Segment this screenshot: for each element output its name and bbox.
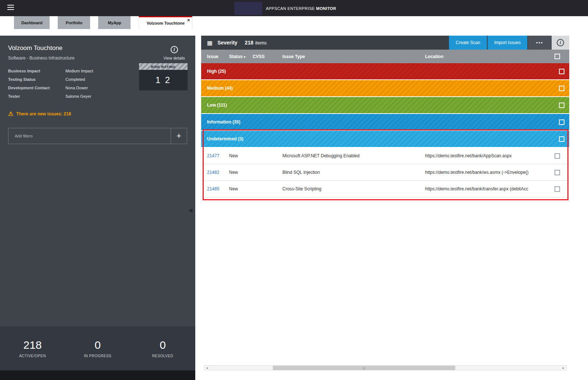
group-label: High (25) <box>207 69 226 74</box>
application-fields: Business Impact Medium Impact Testing St… <box>8 69 133 98</box>
issues-panel: ▦ Severity 218 items Create Scan Import … <box>201 36 569 371</box>
field-value: Completed <box>65 77 133 82</box>
severity-groups: High (25) Medium (44) Low (111) Informat… <box>201 63 569 147</box>
top-bar: APPSCAN ENTERPRISE MONITOR <box>0 0 588 16</box>
field-row: Tester Salome Geyer <box>8 94 133 98</box>
group-by-grid-icon[interactable]: ▦ <box>207 39 213 46</box>
app-title-regular: APPSCAN ENTERPRISE <box>266 6 315 11</box>
group-label: Low (111) <box>207 103 227 108</box>
hamburger-menu-icon[interactable] <box>7 5 15 11</box>
create-scan-button[interactable]: Create Scan <box>449 36 487 50</box>
row-checkbox[interactable] <box>555 153 560 159</box>
select-all-checkbox[interactable] <box>555 54 560 59</box>
group-by-title: Severity <box>217 40 237 46</box>
stat-label: ACTIVE/OPEN <box>0 354 65 358</box>
column-issue[interactable]: Issue <box>207 54 229 59</box>
group-checkbox[interactable] <box>559 103 564 108</box>
more-options-button[interactable]: ••• <box>528 36 551 50</box>
toolbar-actions: Create Scan Import Issues ••• i <box>448 36 569 50</box>
panel-footer-strip <box>0 370 195 380</box>
severity-group-information[interactable]: Information (35) <box>201 114 569 130</box>
issue-status: New <box>229 170 253 175</box>
stat-value: 0 <box>130 339 195 351</box>
add-filter-button[interactable]: + <box>171 128 187 144</box>
column-status[interactable]: Status▾ <box>229 54 253 59</box>
column-cvss[interactable]: CVSS <box>253 54 282 59</box>
tab-label: Dashboard <box>21 21 42 25</box>
issue-rows: 21477 New Microsoft ASP.NET Debugging En… <box>201 148 569 197</box>
stat-resolved: 0 RESOLVED <box>130 339 195 358</box>
issue-type: Cross-Site Scripting <box>282 186 425 191</box>
scroll-left-icon[interactable]: ◄ <box>204 366 210 370</box>
application-title: Volzoom Touchtone <box>8 44 75 52</box>
group-label: Undetermined (3) <box>207 136 243 141</box>
alert-text: There are new issues: 218 <box>16 111 71 116</box>
scrollbar-track[interactable]: ||| <box>210 366 561 370</box>
info-icon[interactable]: i <box>557 39 564 46</box>
scrollbar-thumb[interactable]: ||| <box>273 366 456 370</box>
stat-in-progress: 0 IN PROGRESS <box>65 339 130 358</box>
app-title-text: APPSCAN ENTERPRISE MONITOR <box>266 6 336 11</box>
items-label: items <box>255 40 267 46</box>
issues-toolbar: ▦ Severity 218 items Create Scan Import … <box>201 36 569 50</box>
issue-location: https://demo.testfire.net/bank/AppScan.a… <box>425 153 555 158</box>
scroll-right-icon[interactable]: ► <box>561 366 566 370</box>
column-issue-type[interactable]: Issue Type <box>282 54 425 59</box>
info-button-area[interactable]: i <box>552 36 569 50</box>
column-location[interactable]: Location <box>425 54 555 59</box>
filters-input[interactable] <box>8 128 171 144</box>
tab-label: Volzoom Touchtone <box>147 21 185 25</box>
items-count: 218 <box>245 40 253 46</box>
group-checkbox[interactable] <box>559 86 564 91</box>
tab-portfolio[interactable]: Portfolio <box>58 16 90 29</box>
group-label: Information (35) <box>207 119 240 125</box>
close-tab-icon[interactable]: × <box>187 18 190 22</box>
field-label: Tester <box>8 94 65 98</box>
view-details-block[interactable]: i View details <box>164 44 185 61</box>
risk-rating-value: 1 2 <box>139 70 188 90</box>
issue-stats: 218 ACTIVE/OPEN 0 IN PROGRESS 0 RESOLVED <box>0 326 195 370</box>
issue-id-link[interactable]: 21482 <box>207 170 229 175</box>
group-checkbox[interactable] <box>559 119 564 125</box>
group-checkbox[interactable] <box>559 69 564 74</box>
tab-myapp[interactable]: MyApp <box>98 16 131 29</box>
issue-status: New <box>229 153 253 158</box>
issue-row[interactable]: 21485 New Cross-Site Scripting https://d… <box>201 181 569 197</box>
new-issues-alert: ⚠ There are new issues: 218 <box>8 111 187 117</box>
severity-group-medium[interactable]: Medium (44) <box>201 80 569 96</box>
risk-rating-widget: RISK RATING 1 2 <box>139 63 188 90</box>
issue-row[interactable]: 21482 New Blind SQL Injection https://de… <box>201 164 569 181</box>
field-row: Development Contact Nona Dower <box>8 86 133 90</box>
warning-icon: ⚠ <box>8 111 13 117</box>
tab-dashboard[interactable]: Dashboard <box>14 16 50 29</box>
field-label: Business Impact <box>8 69 65 73</box>
appscan-monitor-screen: APPSCAN ENTERPRISE MONITOR Dashboard Por… <box>0 0 588 380</box>
row-checkbox[interactable] <box>555 186 560 192</box>
collapse-panel-icon[interactable]: ◀ <box>188 207 193 214</box>
issue-status: New <box>229 186 253 191</box>
issue-row[interactable]: 21477 New Microsoft ASP.NET Debugging En… <box>201 148 569 164</box>
view-details-link[interactable]: View details <box>164 56 185 60</box>
import-issues-button[interactable]: Import Issues <box>488 36 527 50</box>
horizontal-scrollbar[interactable]: ◄ ||| ► <box>204 365 566 370</box>
severity-group-low[interactable]: Low (111) <box>201 97 569 113</box>
severity-group-undetermined[interactable]: Undetermined (3) <box>201 131 569 147</box>
field-label: Development Contact <box>8 86 65 90</box>
field-row: Business Impact Medium Impact <box>8 69 133 73</box>
tab-volzoom-touchtone[interactable]: Volzoom Touchtone × <box>139 16 192 29</box>
severity-group-high[interactable]: High (25) <box>201 63 569 79</box>
group-checkbox[interactable] <box>559 136 564 142</box>
info-icon[interactable]: i <box>171 46 178 53</box>
risk-rating-label: RISK RATING <box>139 63 188 70</box>
stat-label: IN PROGRESS <box>65 354 130 358</box>
issue-id-link[interactable]: 21485 <box>207 186 229 191</box>
field-label: Testing Status <box>8 77 65 82</box>
issue-id-link[interactable]: 21477 <box>207 153 229 158</box>
table-header: Issue Status▾ CVSS Issue Type Location <box>201 50 569 63</box>
application-details-panel: Volzoom Touchtone Software - Business In… <box>0 36 195 380</box>
tab-label: Portfolio <box>66 21 82 25</box>
field-value: Nona Dower <box>65 86 133 90</box>
field-row: Testing Status Completed <box>8 77 133 82</box>
scrollbar-grip-icon: ||| <box>363 367 366 369</box>
row-checkbox[interactable] <box>555 170 560 175</box>
